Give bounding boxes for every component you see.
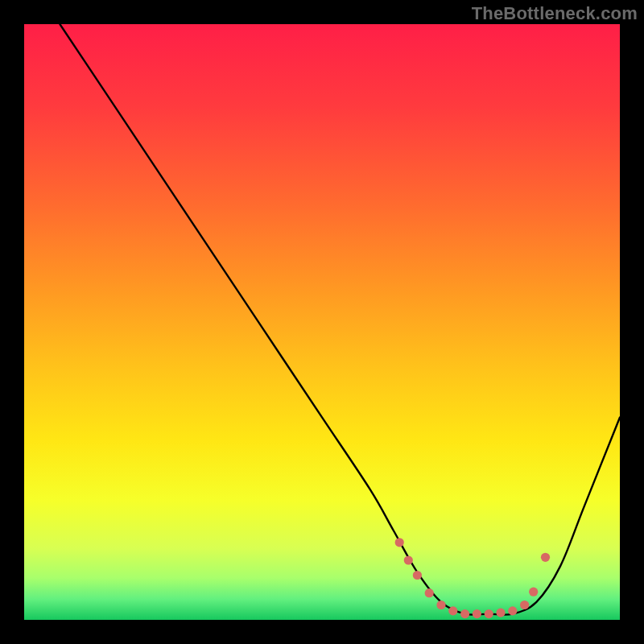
gradient-background [24, 24, 620, 620]
bottleneck-chart [24, 24, 620, 620]
chart-frame: TheBottleneck.com [0, 0, 644, 644]
marker-dot [425, 588, 434, 597]
marker-dot [395, 538, 404, 547]
marker-dot [460, 609, 469, 618]
marker-dot [436, 601, 445, 609]
marker-dot [485, 609, 493, 618]
marker-dot [529, 588, 538, 597]
marker-dot [541, 553, 550, 562]
watermark-text: TheBottleneck.com [472, 3, 638, 24]
marker-dot [448, 606, 457, 615]
plot-area [24, 24, 620, 620]
marker-dot [413, 571, 422, 580]
marker-dot [496, 609, 505, 617]
marker-dot [508, 606, 517, 615]
marker-dot [404, 555, 413, 564]
marker-dot [520, 601, 529, 609]
marker-dot [473, 609, 481, 618]
